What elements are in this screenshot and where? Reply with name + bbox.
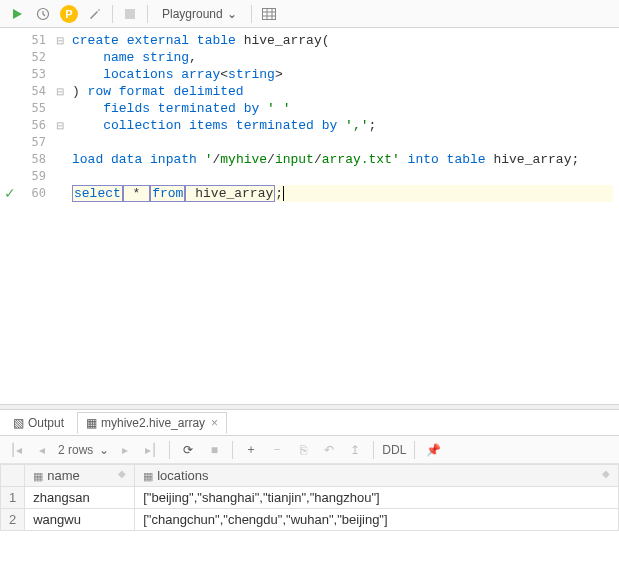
last-page-button: ▸⎮: [141, 440, 161, 460]
code-content[interactable]: create external table hive_array( name s…: [66, 28, 619, 404]
add-row-button[interactable]: ＋: [241, 440, 261, 460]
separator: [112, 5, 113, 23]
settings-button[interactable]: [84, 3, 106, 25]
results-toolbar: ⎮◂ ◂ 2 rows ⌄ ▸ ▸⎮ ⟳ ■ ＋ － ⎘ ↶ ↥ DDL 📌: [0, 436, 619, 464]
separator: [169, 441, 170, 459]
main-toolbar: P Playground ⌄: [0, 0, 619, 28]
grid-view-button[interactable]: [258, 3, 280, 25]
pending-indicator[interactable]: P: [58, 3, 80, 25]
chevron-down-icon: ⌄: [227, 7, 237, 21]
next-page-button: ▸: [115, 440, 135, 460]
results-tabs: ▧ Output ▦ myhive2.hive_array ×: [0, 410, 619, 436]
sort-icon[interactable]: ◆: [118, 468, 126, 479]
pin-button[interactable]: 📌: [423, 440, 443, 460]
stop-button: [119, 3, 141, 25]
dropdown-label: Playground: [162, 7, 223, 21]
row-count-label: 2 rows: [58, 443, 93, 457]
column-icon: ▦: [33, 470, 43, 482]
separator: [251, 5, 252, 23]
code-editor[interactable]: ✓ 51525354555657585960 ⊟⊟⊟ create extern…: [0, 28, 619, 404]
tab-label: myhive2.hive_array: [101, 416, 205, 430]
run-button[interactable]: [6, 3, 28, 25]
separator: [232, 441, 233, 459]
tab-label: Output: [28, 416, 64, 430]
status-gutter: ✓: [0, 28, 20, 404]
table-row[interactable]: 1zhangsan["beijing","shanghai","tianjin"…: [1, 487, 619, 509]
history-button[interactable]: [32, 3, 54, 25]
svg-rect-2: [262, 8, 275, 19]
chevron-down-icon[interactable]: ⌄: [99, 443, 109, 457]
first-page-button: ⎮◂: [6, 440, 26, 460]
svg-rect-1: [125, 9, 135, 19]
results-grid[interactable]: ▦name◆ ▦locations◆ 1zhangsan["beijing","…: [0, 464, 619, 570]
line-number-gutter: 51525354555657585960: [20, 28, 54, 404]
prev-page-button: ◂: [32, 440, 52, 460]
duplicate-row-button: ⎘: [293, 440, 313, 460]
table-row[interactable]: 2wangwu["changchun","chengdu","wuhan","b…: [1, 509, 619, 531]
table-icon: ▦: [86, 416, 97, 430]
playground-dropdown[interactable]: Playground ⌄: [154, 3, 245, 25]
output-icon: ▧: [13, 416, 24, 430]
column-header-name[interactable]: ▦name◆: [25, 465, 135, 487]
fold-gutter: ⊟⊟⊟: [54, 28, 66, 404]
commit-button: ↥: [345, 440, 365, 460]
results-panel: ▧ Output ▦ myhive2.hive_array × ⎮◂ ◂ 2 r…: [0, 410, 619, 570]
separator: [414, 441, 415, 459]
stop-button: ■: [204, 440, 224, 460]
refresh-button[interactable]: ⟳: [178, 440, 198, 460]
result-table-tab[interactable]: ▦ myhive2.hive_array ×: [77, 412, 227, 434]
row-number-header: [1, 465, 25, 487]
output-tab[interactable]: ▧ Output: [4, 412, 73, 434]
sort-icon[interactable]: ◆: [602, 468, 610, 479]
close-icon[interactable]: ×: [211, 416, 218, 430]
separator: [147, 5, 148, 23]
separator: [373, 441, 374, 459]
column-icon: ▦: [143, 470, 153, 482]
ddl-button[interactable]: DDL: [382, 443, 406, 457]
column-header-locations[interactable]: ▦locations◆: [135, 465, 619, 487]
delete-row-button: －: [267, 440, 287, 460]
revert-button: ↶: [319, 440, 339, 460]
